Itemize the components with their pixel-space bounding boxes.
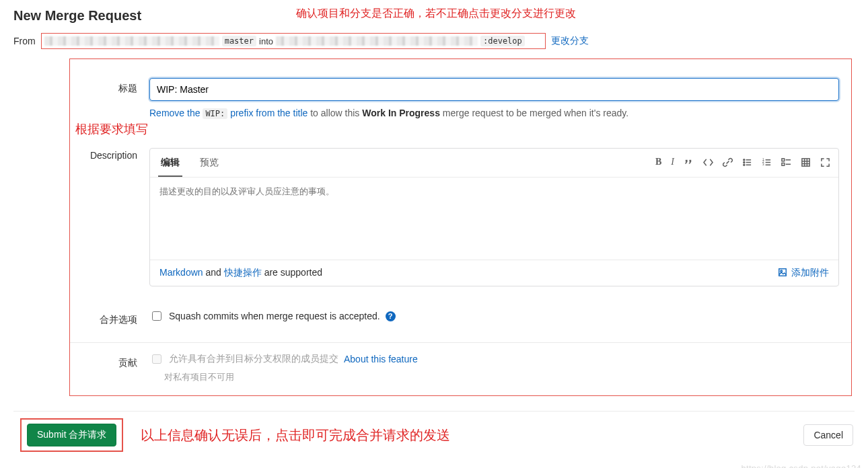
svg-point-0 [744,159,745,160]
editor-toolbar: B I 123 [655,157,830,173]
wip-hint: Remove the WIP: prefix from the title to… [149,108,839,118]
tab-write[interactable]: 编辑 [158,153,182,177]
numbered-list-icon[interactable]: 123 [762,157,772,167]
contribution-label: 贡献 [82,352,149,369]
and-text: and [205,267,223,278]
actions-row: Submit 合并请求 以上信息确认无误后，点击即可完成合并请求的发送 Canc… [13,411,855,456]
italic-icon[interactable]: I [671,157,674,167]
watermark: https://blog.csdn.net/yage124 [741,463,861,468]
bold-icon[interactable]: B [655,157,661,167]
about-feature-link[interactable]: About this feature [344,354,418,364]
code-icon[interactable] [703,157,713,167]
svg-point-1 [744,161,745,163]
wip-mid: prefix from the title [230,108,308,118]
submit-button[interactable]: Submit 合并请求 [27,424,116,446]
wip-code-chip: WIP: [203,108,227,119]
cancel-button[interactable]: Cancel [803,424,853,446]
quote-icon[interactable] [684,157,694,167]
quick-actions-link[interactable]: 快捷操作 [224,267,262,278]
description-label: Description [82,145,149,161]
from-label: From [13,36,36,46]
squash-label: Squash commits when merge request is acc… [169,311,380,321]
svg-rect-7 [782,163,785,165]
description-textarea[interactable] [150,177,838,258]
tab-preview[interactable]: 预览 [197,153,221,177]
source-branch-chip: master [222,36,256,46]
remove-wip-link[interactable]: Remove the WIP: prefix from the title [149,108,310,118]
svg-text:3: 3 [762,163,764,166]
squash-checkbox[interactable] [152,311,161,321]
title-label: 标题 [82,78,149,95]
branch-info-box: master into :develop [41,33,546,49]
link-icon[interactable] [723,157,733,167]
wip-rest2: merge request to be merged when it's rea… [443,108,628,118]
markdown-link[interactable]: Markdown [159,267,203,278]
remove-text: Remove the [149,108,200,118]
form-main-box: 根据要求填写 标题 Remove the WIP: prefix from th… [69,58,852,396]
from-row: From master into :develop 更改分支 [13,33,855,49]
fullscreen-icon[interactable] [820,157,830,167]
private-note: 对私有项目不可用 [164,371,839,383]
description-editor: 编辑 预览 B I 123 [149,148,839,286]
merge-options-label: 合并选项 [82,309,149,326]
attach-icon[interactable] [778,268,787,279]
wip-rest1: to allow this [310,108,359,118]
obscured-target-project [276,36,478,46]
svg-point-2 [744,164,745,165]
obscured-source-project [44,36,219,46]
table-icon[interactable] [801,157,811,167]
into-text: into [259,36,273,46]
supported-text: are supported [264,267,322,278]
title-input[interactable] [149,78,839,101]
submit-highlight-box: Submit 合并请求 [20,418,123,452]
annotation-top: 确认项目和分支是否正确，若不正确点击更改分支进行更改 [296,7,576,21]
svg-rect-8 [802,158,809,165]
editor-tabs: 编辑 预览 B I 123 [150,149,838,177]
svg-rect-9 [779,268,787,276]
help-icon[interactable]: ? [386,311,396,321]
task-list-icon[interactable] [781,157,791,167]
change-branches-link[interactable]: 更改分支 [551,35,589,47]
allow-collab-checkbox [152,354,161,364]
bullet-list-icon[interactable] [742,157,752,167]
allow-collab-label: 允许具有合并到目标分支权限的成员提交 [169,353,338,365]
target-branch-chip: :develop [480,36,525,46]
annotation-bottom: 以上信息确认无误后，点击即可完成合并请求的发送 [141,426,450,444]
editor-footer: Markdown and 快捷操作 are supported 添加附件 [150,260,838,286]
annotation-middle: 根据要求填写 [75,121,148,137]
wip-strong: Work In Progress [362,108,440,118]
attach-file-link[interactable]: 添加附件 [791,267,829,279]
squash-checkbox-row[interactable]: Squash commits when merge request is acc… [149,309,839,323]
svg-rect-6 [782,158,785,161]
